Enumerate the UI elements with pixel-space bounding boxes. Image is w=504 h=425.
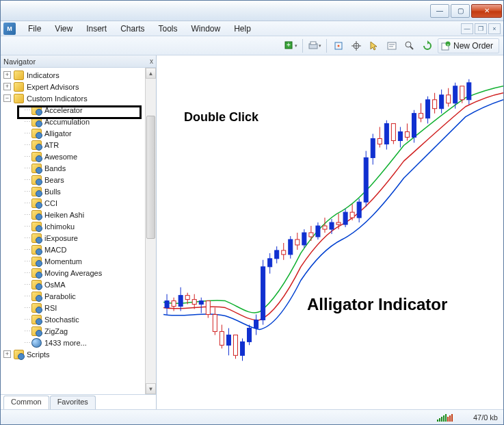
new-order-label: New Order bbox=[453, 41, 493, 51]
svg-rect-36 bbox=[226, 335, 230, 345]
tree-scrollbar[interactable]: ▲ ▼ bbox=[145, 68, 156, 394]
mdi-controls: — ❐ × bbox=[461, 23, 503, 34]
tree-item-label: Moving Averages bbox=[44, 269, 102, 277]
tree-toggle[interactable]: + bbox=[3, 350, 11, 358]
tree-toggle[interactable]: − bbox=[3, 94, 11, 102]
zoom-icon[interactable] bbox=[402, 38, 417, 53]
menu-view[interactable]: View bbox=[48, 23, 79, 35]
tree-item-alligator[interactable]: ⋯ Alligator bbox=[1, 127, 145, 139]
scroll-thumb[interactable] bbox=[146, 116, 155, 239]
svg-rect-40 bbox=[240, 342, 244, 355]
window-close-button[interactable]: ✕ bbox=[471, 4, 502, 18]
tree-item-stochastic[interactable]: ⋯ Stochastic bbox=[1, 313, 145, 325]
tree-item-label: Ichimoku bbox=[44, 222, 75, 231]
refresh-icon[interactable] bbox=[420, 38, 435, 53]
svg-rect-76 bbox=[364, 157, 368, 202]
tree-branch-icon: ⋯ bbox=[24, 188, 30, 195]
svg-rect-106 bbox=[467, 83, 471, 100]
tree-item-expert-advisors[interactable]: + Expert Advisors bbox=[1, 81, 145, 92]
svg-rect-34 bbox=[220, 331, 224, 345]
tree-item-icon bbox=[14, 350, 24, 359]
tree-item-accumulation[interactable]: ⋯ Accumulation bbox=[1, 116, 145, 127]
svg-text:+: + bbox=[447, 42, 449, 46]
tree-item-bulls[interactable]: ⋯ Bulls bbox=[1, 185, 145, 197]
tree-branch-icon: ⋯ bbox=[24, 211, 30, 218]
target-icon[interactable] bbox=[349, 38, 364, 53]
menu-window[interactable]: Window bbox=[185, 23, 228, 35]
tree-item-indicators[interactable]: + Indicators bbox=[1, 69, 145, 81]
tree-item-bears[interactable]: ⋯ Bears bbox=[1, 174, 145, 185]
navigator-close-button[interactable]: x bbox=[150, 57, 153, 65]
navigator-tabs: Common Favorites bbox=[1, 394, 156, 409]
tree-item-awesome[interactable]: ⋯ Awesome bbox=[1, 151, 145, 162]
navigator-title: Navigator bbox=[3, 57, 36, 66]
mdi-close-button[interactable]: × bbox=[488, 23, 501, 34]
tree-item-iexposure[interactable]: ⋯ iExposure bbox=[1, 232, 145, 244]
tree-item-more[interactable]: ⋯ 1433 more... bbox=[1, 337, 145, 348]
tab-favorites[interactable]: Favorites bbox=[50, 396, 96, 409]
print-icon[interactable]: ▾ bbox=[307, 38, 322, 53]
tree-item-cci[interactable]: ⋯ CCI bbox=[1, 197, 145, 209]
text-icon[interactable] bbox=[384, 38, 399, 53]
menu-insert[interactable]: Insert bbox=[79, 23, 114, 35]
menu-charts[interactable]: Charts bbox=[114, 23, 151, 35]
tree-item-osma[interactable]: ⋯ OsMA bbox=[1, 279, 145, 290]
tree-item-accelerator[interactable]: ⋯ Accelerator bbox=[1, 104, 145, 116]
tab-common[interactable]: Common bbox=[3, 396, 49, 409]
tree-item-atr[interactable]: ⋯ ATR bbox=[1, 139, 145, 151]
tree-item-label: Bears bbox=[44, 176, 64, 184]
tree-item-zigzag[interactable]: ⋯ ZigZag bbox=[1, 325, 145, 337]
svg-rect-100 bbox=[447, 95, 451, 103]
tree-item-icon bbox=[31, 326, 42, 336]
toolbar: +▾ ▾ + New Order bbox=[1, 36, 503, 55]
tree-item-parabolic[interactable]: ⋯ Parabolic bbox=[1, 290, 145, 302]
svg-rect-92 bbox=[419, 114, 423, 118]
annotation-indicator-name: Alligator Indicator bbox=[307, 295, 447, 314]
window-minimize-button[interactable]: — bbox=[430, 4, 449, 18]
scroll-down-button[interactable]: ▼ bbox=[146, 383, 156, 394]
tree-item-label: Indicators bbox=[27, 71, 59, 79]
add-chart-icon[interactable]: +▾ bbox=[283, 38, 298, 53]
tree-item-bands[interactable]: ⋯ Bands bbox=[1, 162, 145, 174]
tree-branch-icon: ⋯ bbox=[24, 164, 30, 172]
crosshair-icon[interactable] bbox=[331, 38, 346, 53]
tree-item-scripts[interactable]: + Scripts bbox=[1, 348, 145, 360]
tree-item-rsi[interactable]: ⋯ RSI bbox=[1, 302, 145, 313]
tree-item-label: Heiken Ashi bbox=[44, 211, 84, 219]
svg-rect-9 bbox=[388, 42, 396, 49]
menu-tools[interactable]: Tools bbox=[152, 23, 185, 35]
svg-rect-22 bbox=[178, 296, 183, 307]
tree-item-icon bbox=[31, 303, 42, 313]
toolbar-separator bbox=[326, 39, 327, 53]
tree-item-label: MACD bbox=[44, 246, 66, 254]
tree-item-macd[interactable]: ⋯ MACD bbox=[1, 244, 145, 255]
tree-item-icon bbox=[31, 222, 42, 231]
svg-rect-48 bbox=[268, 259, 272, 267]
svg-rect-54 bbox=[289, 240, 293, 255]
tree-item-heiken-ashi[interactable]: ⋯ Heiken Ashi bbox=[1, 209, 145, 220]
mdi-restore-button[interactable]: ❐ bbox=[475, 23, 487, 34]
new-order-button[interactable]: + New Order bbox=[438, 38, 499, 53]
tree-item-custom-indicators[interactable]: − Custom Indicators bbox=[1, 92, 145, 104]
scroll-up-button[interactable]: ▲ bbox=[146, 68, 156, 79]
tree-item-ichimoku[interactable]: ⋯ Ichimoku bbox=[1, 220, 145, 232]
tree-item-moving-averages[interactable]: ⋯ Moving Averages bbox=[1, 267, 145, 279]
svg-rect-46 bbox=[261, 267, 265, 320]
mdi-minimize-button[interactable]: — bbox=[461, 23, 473, 34]
cursor-icon[interactable] bbox=[367, 38, 382, 53]
svg-rect-50 bbox=[275, 250, 279, 259]
navigator-tree[interactable]: + Indicators + Expert Advisors − Custom … bbox=[1, 68, 145, 394]
tree-toggle[interactable]: + bbox=[3, 71, 11, 79]
tree-branch-icon: ⋯ bbox=[24, 153, 30, 160]
tree-toggle[interactable]: + bbox=[3, 83, 11, 90]
tree-item-label: Scripts bbox=[27, 350, 50, 359]
chart-area[interactable]: Double Click Alligator Indicator bbox=[157, 55, 503, 409]
tree-item-momentum[interactable]: ⋯ Momentum bbox=[1, 255, 145, 267]
chart-canvas bbox=[157, 55, 503, 409]
menu-help[interactable]: Help bbox=[227, 23, 258, 35]
tree-item-icon bbox=[31, 164, 42, 173]
menu-file[interactable]: File bbox=[21, 23, 48, 35]
tree-item-icon bbox=[31, 105, 42, 115]
window-maximize-button[interactable]: ▢ bbox=[451, 4, 470, 18]
svg-rect-86 bbox=[398, 132, 402, 141]
